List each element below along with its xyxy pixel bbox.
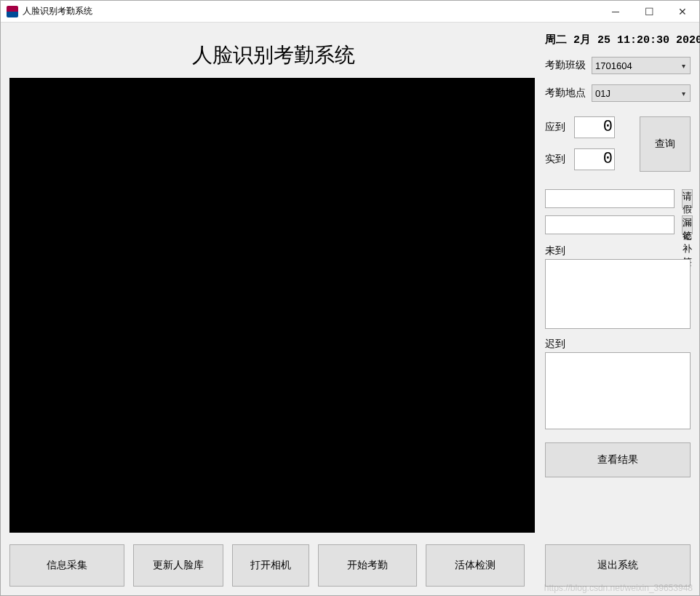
location-combo[interactable]: 01J (592, 84, 691, 102)
info-collect-button[interactable]: 信息采集 (9, 544, 124, 587)
location-combo-value: 01J (595, 88, 610, 99)
resign-input[interactable] (545, 215, 675, 234)
camera-view (9, 78, 535, 533)
class-combo[interactable]: 1701604 (592, 57, 691, 74)
leave-register-button[interactable]: 请假登记 (682, 189, 693, 208)
absent-listbox[interactable] (545, 259, 691, 329)
maximize-button[interactable]: ☐ (632, 1, 666, 22)
leave-row: 请假登记 (545, 189, 691, 208)
expected-lcd: 0 (574, 116, 615, 138)
counts-block: 应到 0 实到 0 查询 (545, 116, 691, 180)
class-combo-value: 1701604 (595, 60, 632, 71)
bottom-toolbar: 信息采集 更新人脸库 打开相机 开始考勤 活体检测 退出系统 (9, 534, 691, 587)
actual-label: 实到 (545, 153, 574, 166)
actual-row: 实到 0 (545, 148, 632, 170)
app-icon (7, 6, 18, 17)
expected-label: 应到 (545, 121, 574, 134)
window-controls: ─ ☐ ✕ (599, 1, 699, 22)
location-label: 考勤地点 (545, 87, 592, 100)
start-attendance-button[interactable]: 开始考勤 (318, 544, 417, 587)
missed-resign-button[interactable]: 漏签补签 (682, 215, 693, 234)
view-result-button[interactable]: 查看结果 (545, 442, 691, 477)
liveness-detect-button[interactable]: 活体检测 (426, 544, 525, 587)
titlebar: 人脸识别考勤系统 ─ ☐ ✕ (1, 1, 699, 23)
resign-row: 漏签补签 (545, 215, 691, 234)
query-button[interactable]: 查询 (640, 116, 691, 172)
window-title: 人脸识别考勤系统 (23, 5, 599, 17)
open-camera-button[interactable]: 打开相机 (232, 544, 309, 587)
update-facedb-button[interactable]: 更新人脸库 (133, 544, 223, 587)
close-button[interactable]: ✕ (666, 1, 699, 22)
leave-input[interactable] (545, 189, 675, 208)
page-title: 人脸识别考勤系统 (9, 28, 538, 78)
late-listbox[interactable] (545, 352, 691, 429)
absent-label: 未到 (545, 245, 691, 258)
expected-row: 应到 0 (545, 116, 632, 138)
class-label: 考勤班级 (545, 59, 592, 72)
upper-section: 人脸识别考勤系统 周二 2月 25 11:20:30 2020 考勤班级 170… (9, 28, 691, 534)
side-panel: 周二 2月 25 11:20:30 2020 考勤班级 1701604 考勤地点… (538, 28, 691, 534)
actual-lcd: 0 (574, 148, 615, 170)
app-window: 人脸识别考勤系统 ─ ☐ ✕ 人脸识别考勤系统 周二 2月 25 11:20:3… (0, 0, 700, 596)
exit-system-button[interactable]: 退出系统 (545, 544, 691, 587)
minimize-button[interactable]: ─ (599, 1, 632, 22)
counts-left: 应到 0 实到 0 (545, 116, 632, 180)
datetime-display: 周二 2月 25 11:20:30 2020 (545, 28, 691, 57)
main-column: 人脸识别考勤系统 (9, 28, 538, 534)
class-row: 考勤班级 1701604 (545, 57, 691, 74)
late-label: 迟到 (545, 338, 691, 351)
content-area: 人脸识别考勤系统 周二 2月 25 11:20:30 2020 考勤班级 170… (1, 23, 699, 595)
location-row: 考勤地点 01J (545, 84, 691, 102)
